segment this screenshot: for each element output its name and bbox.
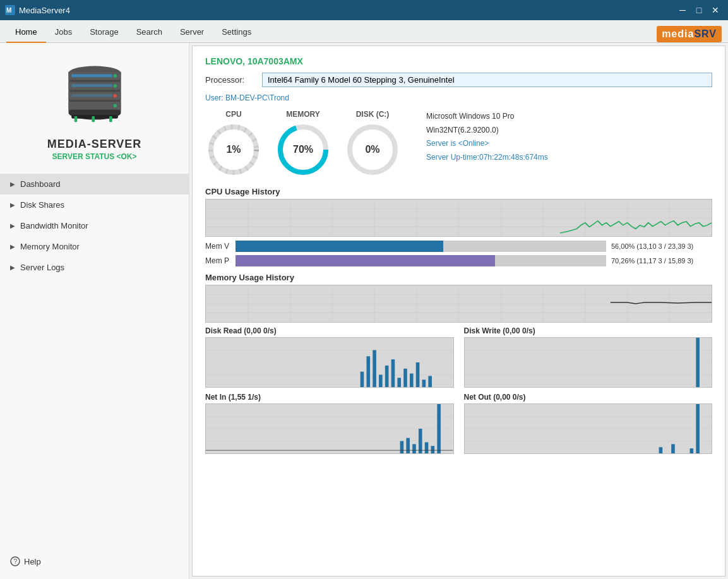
os-name: Microsoft Windows 10 Pro [426,110,548,124]
svg-rect-64 [366,356,370,387]
maximize-button[interactable]: □ [691,4,707,16]
app-title: MediaServer4 [19,6,70,15]
memory-label: MEMORY [286,110,320,119]
svg-text:?: ? [14,558,18,565]
svg-rect-63 [361,372,364,387]
tab-search[interactable]: Search [128,23,171,43]
disk-write-svg [465,338,712,387]
net-charts: Net In (1,55 1/s) [205,393,712,454]
disk-read-title: Disk Read (0,00 0/s) [205,326,454,335]
net-out-col: Net Out (0,00 0/s) [464,393,713,454]
server-icon-area: MEDIA-SERVER SERVER STATUS <OK> [0,43,189,167]
title-bar-controls: ─ □ ✕ [675,4,723,16]
mem-v-bar-bg [236,241,606,252]
svg-rect-11 [71,94,112,97]
mem-p-label: Mem P [205,256,230,265]
sidebar-item-label: Server Logs [20,263,64,272]
svg-rect-69 [397,378,401,387]
minimize-button[interactable]: ─ [675,4,690,16]
help-icon: ? [10,556,20,566]
svg-rect-83 [406,438,410,453]
content-area: LENOVO, 10A7003AMX Processor: User: BM-D… [192,45,725,576]
svg-rect-10 [71,84,112,87]
sidebar: MEDIA-SERVER SERVER STATUS <OK> ▶ Dashbo… [0,43,189,579]
main-layout: MEDIA-SERVER SERVER STATUS <OK> ▶ Dashbo… [0,43,728,579]
processor-label: Processor: [205,75,256,85]
svg-rect-88 [437,404,441,453]
sidebar-item-disk-shares[interactable]: ▶ Disk Shares [0,194,189,215]
svg-rect-68 [391,359,395,387]
svg-rect-94 [671,444,675,453]
processor-value[interactable] [262,73,712,87]
server-uptime[interactable]: Server Up-time:07h:22m:48s:674ms [426,151,548,165]
tab-server[interactable]: Server [171,23,213,43]
os-version: Win32NT(6.2.9200.0) [426,124,548,138]
svg-rect-66 [379,375,383,388]
svg-text:M: M [6,7,11,14]
tab-storage[interactable]: Storage [81,23,128,43]
app-icon: M [5,5,15,15]
net-out-svg [465,404,712,453]
svg-text:0%: 0% [365,144,379,155]
svg-rect-67 [385,366,389,387]
sidebar-item-bandwidth-monitor[interactable]: ▶ Bandwidth Monitor [0,215,189,236]
gauges-row: CPU 1% MEMORY 70% [205,110,712,178]
disk-read-chart [205,337,454,388]
svg-text:1%: 1% [226,144,241,155]
close-button[interactable]: ✕ [708,4,723,16]
server-icon [57,56,133,131]
cpu-gauge: CPU 1% [205,110,262,178]
chevron-right-icon: ▶ [10,222,15,229]
sidebar-item-server-logs[interactable]: ▶ Server Logs [0,257,189,278]
sidebar-item-dashboard[interactable]: ▶ Dashboard [0,174,189,194]
server-status: SERVER STATUS <OK> [52,152,136,161]
mem-v-value: 56,00% (13,10 3 / 23,39 3) [611,242,712,250]
net-in-col: Net In (1,55 1/s) [205,393,454,454]
disk-gauge-svg: 0% [344,121,401,178]
help-button[interactable]: ? Help [0,550,189,573]
svg-rect-93 [659,447,662,453]
svg-rect-8 [68,102,121,110]
svg-rect-71 [410,374,414,387]
disk-write-title: Disk Write (0,00 0/s) [464,326,713,335]
chevron-right-icon: ▶ [10,243,15,250]
svg-rect-86 [425,442,429,453]
cpu-gauge-svg: 1% [205,121,262,178]
svg-point-15 [113,104,117,108]
sidebar-item-memory-monitor[interactable]: ▶ Memory Monitor [0,236,189,257]
svg-point-12 [113,75,117,78]
svg-point-14 [113,94,117,98]
mem-history-title: Memory Usage History [205,273,712,282]
mem-v-bar-fill [236,241,443,252]
cpu-history-chart [205,199,712,237]
server-name: MEDIA-SERVER [47,138,142,151]
tab-jobs[interactable]: Jobs [46,23,81,43]
server-online[interactable]: Server is <Online> [426,137,548,151]
svg-rect-85 [419,429,422,453]
mem-v-label: Mem V [205,242,230,251]
svg-rect-87 [431,446,435,453]
sidebar-nav: ▶ Dashboard ▶ Disk Shares ▶ Bandwidth Mo… [0,174,189,278]
cpu-history-svg [206,200,712,236]
mem-p-value: 70,26% (11,17 3 / 15,89 3) [611,257,712,265]
net-out-chart [464,403,713,454]
help-label: Help [24,557,41,566]
user-link[interactable]: User: BM-DEV-PC\Trond [205,93,712,102]
mem-p-row: Mem P 70,26% (11,17 3 / 15,89 3) [205,255,712,266]
svg-rect-19 [92,116,95,122]
sidebar-item-label: Disk Shares [20,200,64,210]
tab-home[interactable]: Home [6,23,46,43]
cpu-history-title: CPU Usage History [205,187,712,196]
app-logo: mediaSRV [657,26,722,42]
svg-rect-9 [71,75,112,78]
disk-gauge: DISK (C:) 0% [344,110,401,178]
sidebar-item-label: Memory Monitor [20,242,80,251]
svg-rect-96 [696,404,700,453]
svg-rect-73 [422,379,426,387]
tab-settings[interactable]: Settings [213,23,260,43]
net-in-chart [205,403,454,454]
mem-p-bar-fill [236,255,495,266]
title-bar-left: M MediaServer4 [5,5,70,15]
mem-p-bar-bg [236,255,606,266]
svg-rect-84 [412,444,416,453]
